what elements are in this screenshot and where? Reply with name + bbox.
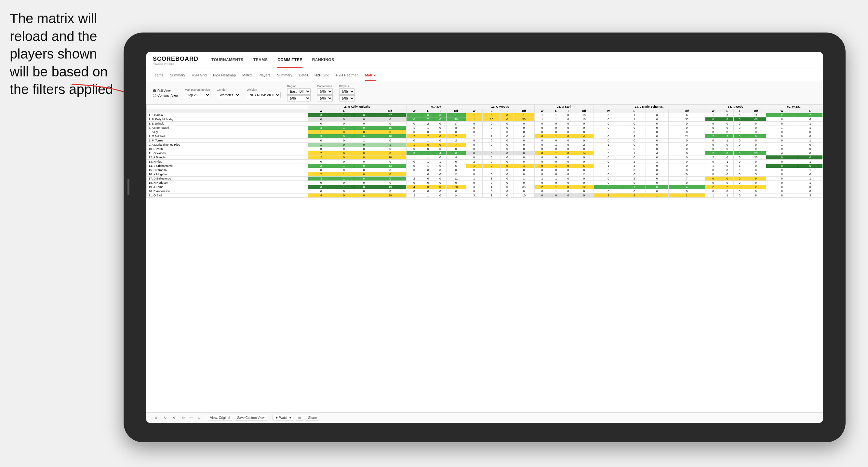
division-select[interactable]: NCAA Division II — [247, 92, 281, 98]
matrix-cell: 14 — [446, 193, 466, 198]
matrix-cell: 0 — [534, 126, 550, 130]
matrix-cell: 1 — [550, 164, 562, 168]
share-button[interactable]: Share — [306, 415, 319, 421]
matrix-cell: 1 — [422, 193, 434, 198]
matrix-cell: 1 — [798, 138, 823, 143]
matrix-cell: 1 — [798, 181, 823, 185]
matrix-cell: 0 — [334, 189, 354, 193]
nav-rankings[interactable]: RANKINGS — [312, 52, 334, 68]
matrix-cell: 7 — [668, 177, 705, 181]
matrix-cell: 0 — [446, 189, 466, 193]
matrix-cell: 0 — [374, 177, 406, 181]
matrix-cell: 0 — [501, 134, 514, 138]
watch-button[interactable]: 👁 Watch ▾ — [273, 415, 294, 421]
conference-select[interactable]: (All) — [317, 89, 333, 95]
matrix-cell: 0 — [334, 181, 354, 185]
row-player-name: 18. H Hodgson — [147, 181, 308, 185]
matrix-cell: 0 — [733, 173, 746, 177]
full-view-radio[interactable] — [153, 89, 156, 92]
row-player-name: 17. D Ballesteros — [147, 177, 308, 181]
matrix-container[interactable]: 2. M Kelly Mulcahy 6. A Dy 11. G Woods 2… — [146, 104, 823, 412]
matrix-cell: 0 — [668, 168, 705, 173]
conference-all-select[interactable]: (All) — [317, 95, 333, 101]
matrix-cell: 0 — [721, 143, 733, 147]
players-all-select[interactable]: (All) — [339, 95, 355, 101]
players-select[interactable]: (All) — [339, 89, 355, 95]
matrix-cell: 0 — [646, 138, 668, 143]
matrix-cell: 0 — [354, 155, 374, 160]
subnav-summary2[interactable]: Summary — [277, 70, 292, 81]
matrix-cell: 1 — [705, 164, 721, 168]
matrix-cell: 1 — [422, 155, 434, 160]
matrix-cell: 0 — [733, 151, 746, 155]
matrix-cell: 3 — [308, 134, 334, 138]
subnav-detail[interactable]: Detail — [299, 70, 308, 81]
subnav-summary1[interactable]: Summary — [170, 70, 185, 81]
matrix-cell: 0 — [574, 168, 594, 173]
layout-button[interactable]: ⊞ — [296, 415, 303, 421]
matrix-cell: 0 — [623, 147, 646, 151]
save-custom-button[interactable]: Save Custom View — [235, 415, 267, 421]
redo-button[interactable]: ↻ — [162, 415, 168, 421]
matrix-cell: 0 — [646, 177, 668, 181]
full-view-option[interactable]: Full View — [153, 89, 178, 93]
matrix-cell: 0 — [646, 164, 668, 168]
nav-teams[interactable]: TEAMS — [253, 52, 268, 68]
undo-button[interactable]: ↺ — [153, 415, 159, 421]
matrix-cell: 1 — [446, 113, 466, 117]
subnav-h2h-heatmap1[interactable]: H2H Heatmap — [213, 70, 236, 81]
zoom-out-button[interactable]: ⊖ — [180, 415, 187, 421]
matrix-cell: 0 — [623, 143, 646, 147]
matrix-cell: 0 — [334, 193, 354, 198]
matrix-cell: 0 — [434, 168, 446, 173]
matrix-cell: 0 — [668, 147, 705, 151]
subnav-h2h-grid1[interactable]: H2H Grid — [191, 70, 207, 81]
view-original-button[interactable]: View: Original — [208, 415, 232, 421]
compact-view-option[interactable]: Compact View — [153, 94, 178, 97]
matrix-cell: 0 — [705, 117, 721, 122]
subnav-h2h-heatmap2[interactable]: H2H Heatmap — [336, 70, 359, 81]
matrix-cell: 0 — [434, 126, 446, 130]
matrix-cell: 1 — [623, 117, 646, 122]
matrix-cell: 0 — [466, 181, 482, 185]
matrix-cell: 0 — [594, 189, 623, 193]
matrix-cell: 0 — [623, 189, 646, 193]
region-all-select[interactable]: (All) — [287, 95, 311, 101]
subnav-matrix2[interactable]: Matrix — [365, 70, 375, 81]
compact-view-radio[interactable] — [153, 94, 156, 97]
subnav-matrix1[interactable]: Matrix — [242, 70, 252, 81]
matrix-cell: 0 — [434, 122, 446, 126]
matrix-cell: 2 — [308, 155, 334, 160]
row-player-name: 20. E Andersson — [147, 189, 308, 193]
row-player-name: 3. S Jelinek — [147, 122, 308, 126]
refresh-button[interactable]: ↺ — [171, 415, 178, 421]
col-player-7: 60. W Za... — [766, 105, 823, 109]
matrix-cell: 0 — [766, 117, 798, 122]
matrix-cell: 0 — [594, 138, 623, 143]
conference-filter: Conference (All) (All) — [317, 85, 333, 101]
subnav-teams[interactable]: Teams — [153, 70, 163, 81]
matrix-cell: 1 — [422, 164, 434, 168]
matrix-cell: 0 — [354, 177, 374, 181]
matrix-cell: 0 — [534, 143, 550, 147]
matrix-cell: 35 — [668, 117, 705, 122]
subnav-h2h-grid2[interactable]: H2H Grid — [314, 70, 330, 81]
matrix-cell: 0 — [354, 189, 374, 193]
matrix-cell: 0 — [422, 113, 434, 117]
matrix-cell: 0 — [721, 151, 733, 155]
gender-select[interactable]: Women's — [217, 92, 240, 98]
nav-committee[interactable]: COMMITTEE — [277, 52, 303, 68]
matrix-cell: 0 — [594, 160, 623, 164]
subnav-players[interactable]: Players — [258, 70, 271, 81]
matrix-cell: 0 — [354, 168, 374, 173]
region-select[interactable]: East - DII — [287, 89, 311, 95]
matrix-cell: 0 — [514, 126, 534, 130]
max-players-select[interactable]: Top 25 — [185, 92, 210, 98]
matrix-cell: 0 — [733, 113, 746, 117]
nav-tournaments[interactable]: TOURNAMENTS — [211, 52, 244, 68]
matrix-cell: 0 — [466, 143, 482, 147]
matrix-cell: 0 — [733, 177, 746, 181]
reset-button[interactable]: ⊙ — [196, 415, 202, 421]
matrix-cell: 0 — [766, 177, 798, 181]
matrix-cell: 0 — [422, 189, 434, 193]
